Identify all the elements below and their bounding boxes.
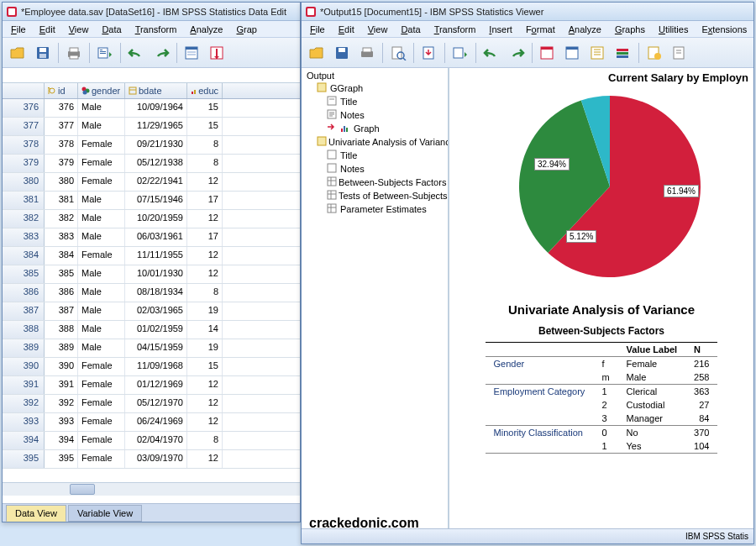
table-row[interactable]: 376376Male10/09/196415: [3, 99, 300, 118]
outline-anova-title[interactable]: Title: [302, 149, 448, 162]
svg-rect-38: [566, 47, 578, 50]
horizontal-scrollbar[interactable]: [3, 482, 300, 496]
log-icon: [317, 82, 328, 94]
menu-analyze[interactable]: Analyze: [183, 23, 229, 36]
v-variables-button[interactable]: [586, 41, 610, 65]
goto-case-button[interactable]: [181, 41, 204, 65]
col-bdate[interactable]: bdate: [125, 83, 187, 98]
v-redo-button[interactable]: [505, 41, 528, 65]
menu-transform[interactable]: Transform: [129, 23, 184, 36]
cell-editor[interactable]: [3, 68, 300, 83]
table-row[interactable]: 387387Male02/03/196519: [3, 302, 300, 321]
menu-data[interactable]: Data: [95, 23, 128, 36]
vmenu-analyze[interactable]: Analyze: [562, 23, 608, 36]
svg-rect-23: [194, 90, 196, 94]
viewer-titlebar[interactable]: *Output15 [Document15] - IBM SPSS Statis…: [302, 3, 753, 21]
outline-anova[interactable]: Univariate Analysis of Variance: [302, 135, 448, 149]
print-button[interactable]: [62, 41, 86, 65]
menu-view[interactable]: View: [62, 23, 96, 36]
outline-anova-tests[interactable]: Tests of Between-Subjects: [302, 189, 448, 202]
vmenu-insert[interactable]: Insert: [482, 23, 519, 36]
table-row[interactable]: 382382Male10/20/195912: [3, 210, 300, 228]
svg-rect-41: [617, 52, 628, 55]
grid-body[interactable]: 376376Male10/09/196415377377Male11/29/19…: [3, 99, 300, 482]
svg-rect-54: [328, 164, 336, 172]
vmenu-edit[interactable]: Edit: [332, 23, 361, 36]
menu-graphs[interactable]: Grap: [229, 23, 263, 36]
output-content[interactable]: Current Salary by Employn 61.94% 32.94% …: [449, 68, 753, 533]
table-row[interactable]: 385385Male10/01/193012: [3, 265, 300, 284]
table-row[interactable]: 377377Male11/29/196515: [3, 118, 300, 136]
outline-output[interactable]: Output: [302, 70, 448, 81]
table-row[interactable]: 384384Female11/11/195512: [3, 247, 300, 265]
col-id[interactable]: id: [45, 83, 78, 98]
v-insert-button[interactable]: [643, 41, 666, 65]
col-gender[interactable]: gender: [78, 83, 125, 98]
save-button[interactable]: [31, 41, 55, 65]
table-row[interactable]: 394394Female02/04/19708: [3, 432, 300, 450]
vmenu-transform[interactable]: Transform: [428, 23, 483, 36]
vmenu-graphs[interactable]: Graphs: [608, 23, 652, 36]
v-goto-data-button[interactable]: [536, 41, 559, 65]
arrow-icon: [327, 123, 339, 134]
goto-var-button[interactable]: [206, 41, 229, 65]
vmenu-utilities[interactable]: Utilities: [652, 23, 695, 36]
pie-label-green: 32.94%: [534, 158, 570, 171]
menu-file[interactable]: File: [4, 23, 33, 36]
v-print-button[interactable]: [355, 41, 379, 65]
v-goto-case-button[interactable]: [561, 41, 585, 65]
v-recall-button[interactable]: [449, 41, 472, 65]
table-row[interactable]: 389389Male04/15/195919: [3, 339, 300, 358]
tab-variable-view[interactable]: Variable View: [68, 505, 142, 522]
outline-anova-factors[interactable]: Between-Subjects Factors: [302, 176, 448, 189]
svg-rect-51: [346, 128, 348, 132]
v-export-button[interactable]: [417, 41, 441, 65]
data-editor-titlebar[interactable]: *Employee data.sav [DataSet16] - IBM SPS…: [3, 3, 300, 21]
table-row[interactable]: 380380Female02/22/194112: [3, 173, 300, 192]
factors-table[interactable]: Value LabelN GenderfFemale216mMale258Emp…: [486, 342, 718, 454]
outline-ggraph-notes[interactable]: Notes: [302, 108, 448, 122]
table-row[interactable]: 386386Male08/18/19348: [3, 284, 300, 302]
vmenu-data[interactable]: Data: [394, 23, 427, 36]
outline-ggraph[interactable]: GGraph: [302, 81, 448, 95]
table-row[interactable]: 381381Male07/15/194617: [3, 192, 300, 210]
corner-cell[interactable]: [3, 83, 45, 98]
v-open-button[interactable]: [305, 41, 328, 65]
table-row[interactable]: 395395Female03/09/197012: [3, 450, 300, 469]
col-educ[interactable]: educ: [187, 83, 223, 98]
table-row[interactable]: 378378Female09/21/19308: [3, 136, 300, 155]
outline-anova-notes[interactable]: Notes: [302, 162, 448, 176]
table-row[interactable]: 388388Male01/02/195914: [3, 321, 300, 339]
data-grid: id gender bdate educ 376376Male10/09/196…: [3, 83, 300, 503]
v-save-button[interactable]: [330, 41, 354, 65]
v-preview-button[interactable]: [386, 41, 410, 65]
svg-rect-46: [318, 83, 326, 92]
v-undo-button[interactable]: [480, 41, 503, 65]
v-select-button[interactable]: [612, 41, 635, 65]
outline-pane[interactable]: Output GGraph Title Notes Graph Univaria…: [302, 68, 449, 533]
output-viewer-window: *Output15 [Document15] - IBM SPSS Statis…: [301, 2, 754, 544]
table-row[interactable]: 392392Female05/12/197012: [3, 395, 300, 413]
table-row[interactable]: 393393Female06/24/196912: [3, 413, 300, 432]
pie-chart[interactable]: 61.94% 32.94% 5.12%: [501, 86, 702, 287]
chart-title: Current Salary by Employn: [449, 68, 753, 86]
outline-ggraph-title[interactable]: Title: [302, 95, 448, 108]
outline-ggraph-graph[interactable]: Graph: [302, 122, 448, 135]
open-button[interactable]: [6, 41, 29, 65]
tab-data-view[interactable]: Data View: [6, 505, 66, 522]
undo-button[interactable]: [124, 41, 148, 65]
table-row[interactable]: 391391Female01/12/196912: [3, 376, 300, 395]
vmenu-file[interactable]: File: [303, 23, 332, 36]
recall-dialog-button[interactable]: [93, 41, 117, 65]
redo-button[interactable]: [150, 41, 173, 65]
scrollbar-thumb[interactable]: [70, 484, 95, 495]
table-row[interactable]: 383383Male06/03/196117: [3, 228, 300, 247]
v-designate-button[interactable]: [668, 41, 691, 65]
menu-edit[interactable]: Edit: [33, 23, 62, 36]
table-row[interactable]: 379379Female05/12/19388: [3, 155, 300, 173]
vmenu-view[interactable]: View: [361, 23, 395, 36]
outline-anova-params[interactable]: Parameter Estimates: [302, 202, 448, 216]
table-row[interactable]: 390390Female11/09/196815: [3, 358, 300, 376]
vmenu-extensions[interactable]: Extensions: [695, 23, 753, 36]
vmenu-format[interactable]: Format: [519, 23, 562, 36]
